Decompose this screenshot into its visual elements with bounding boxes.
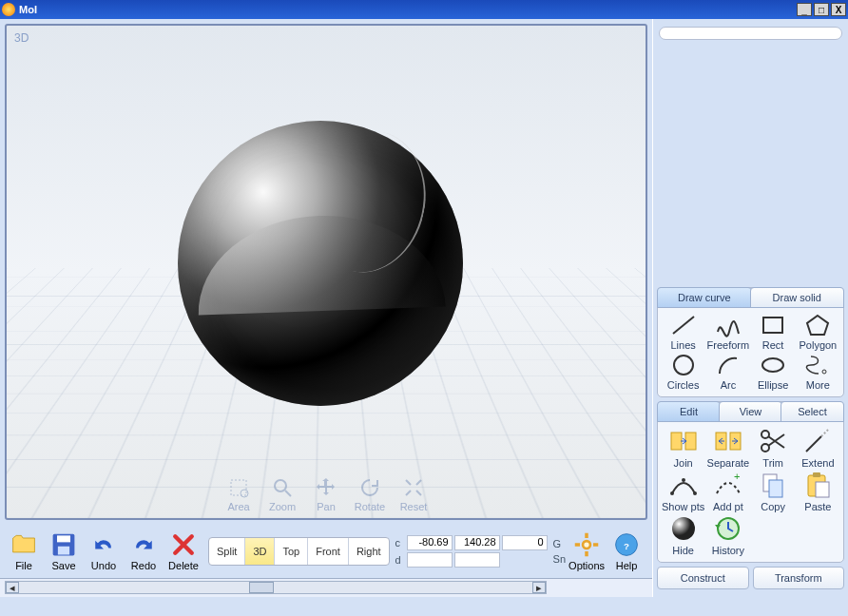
tab-select[interactable]: Select — [781, 401, 844, 422]
svg-point-18 — [674, 356, 693, 375]
tool-hide[interactable]: Hide — [662, 514, 704, 556]
save-button[interactable]: Save — [45, 531, 83, 571]
tool-extend[interactable]: Extend — [797, 427, 839, 469]
tool-join[interactable]: Join — [662, 427, 704, 469]
3d-viewport[interactable]: 3D Area Zoom Pan Rotate Reset — [5, 24, 647, 520]
area-icon — [227, 476, 250, 499]
pan-tool[interactable]: Pan — [306, 476, 346, 512]
tool-separate[interactable]: Separate — [706, 427, 749, 469]
delete-button[interactable]: Delete — [164, 531, 202, 571]
close-button[interactable]: X — [831, 3, 846, 16]
area-tool[interactable]: Area — [219, 476, 259, 512]
copy-icon — [758, 471, 788, 499]
tool-arc[interactable]: Arc — [706, 353, 749, 391]
gridsnap-label[interactable]: G — [553, 538, 566, 549]
svg-marker-17 — [807, 316, 828, 335]
coord-y[interactable]: 140.28 — [454, 535, 500, 550]
model-sphere[interactable] — [178, 121, 463, 406]
svg-rect-8 — [585, 533, 588, 538]
coordinates: c -80.69 140.28 0 d — [395, 535, 548, 568]
progress-bar — [659, 27, 842, 40]
tool-copy[interactable]: Copy — [752, 471, 795, 512]
svg-rect-5 — [57, 535, 70, 542]
rotate-icon — [358, 476, 381, 499]
view-front[interactable]: Front — [308, 538, 349, 565]
app-icon — [2, 3, 15, 16]
svg-rect-11 — [593, 543, 598, 547]
maximize-button[interactable]: □ — [814, 3, 829, 16]
svg-rect-10 — [575, 543, 580, 547]
view-3d[interactable]: 3D — [245, 538, 275, 565]
svg-text:+: + — [734, 471, 740, 482]
coord-x[interactable]: -80.69 — [407, 535, 453, 550]
tool-circles[interactable]: Circles — [662, 353, 704, 391]
tool-showpts[interactable]: Show pts — [662, 471, 704, 512]
undo-icon — [90, 531, 117, 558]
tab-draw-solid[interactable]: Draw solid — [750, 287, 845, 308]
view-buttons: Split 3D Top Front Right — [208, 537, 390, 566]
reset-tool[interactable]: Reset — [394, 476, 434, 512]
construct-button[interactable]: Construct — [657, 567, 749, 589]
transform-button[interactable]: Transform — [753, 567, 845, 589]
tab-edit[interactable]: Edit — [657, 401, 721, 422]
view-split[interactable]: Split — [209, 538, 245, 565]
status-bar: ◂ ▸ — [0, 578, 652, 597]
tool-trim[interactable]: Trim — [752, 427, 795, 469]
tool-history[interactable]: History — [706, 514, 749, 556]
ellipse-icon — [759, 353, 787, 377]
svg-rect-9 — [585, 551, 588, 556]
rotate-tool[interactable]: Rotate — [350, 476, 390, 512]
coord-c-label: c — [395, 537, 405, 549]
view-top[interactable]: Top — [275, 538, 308, 565]
pan-icon — [315, 476, 337, 499]
view-right[interactable]: Right — [349, 538, 389, 565]
coord-z[interactable]: 0 — [502, 535, 548, 550]
tab-view[interactable]: View — [719, 401, 782, 422]
more-icon — [803, 353, 832, 377]
scissors-icon — [758, 427, 788, 455]
svg-rect-37 — [816, 482, 829, 497]
tool-lines[interactable]: Lines — [662, 313, 704, 351]
tool-addpt[interactable]: +Add pt — [706, 471, 749, 512]
svg-point-1 — [241, 490, 248, 497]
coord-d-label: d — [395, 554, 405, 566]
side-panel: Draw curve Draw solid Lines Freeform Rec… — [652, 19, 848, 597]
help-icon: ? — [613, 531, 640, 558]
tool-ellipse[interactable]: Ellipse — [752, 353, 795, 391]
svg-rect-6 — [58, 547, 69, 555]
svg-rect-36 — [813, 472, 820, 477]
tool-freeform[interactable]: Freeform — [706, 313, 749, 351]
coord-d2[interactable] — [454, 552, 500, 568]
svg-rect-21 — [671, 433, 682, 450]
scroll-thumb[interactable] — [249, 582, 274, 593]
options-button[interactable]: Options — [568, 531, 606, 571]
scroll-right-icon[interactable]: ▸ — [532, 582, 546, 593]
scroll-left-icon[interactable]: ◂ — [6, 582, 19, 593]
svg-rect-0 — [231, 480, 246, 495]
tool-paste[interactable]: Paste — [797, 471, 839, 512]
minimize-button[interactable]: _ — [797, 3, 812, 16]
zoom-tool[interactable]: Zoom — [262, 476, 302, 512]
h-scrollbar[interactable]: ◂ ▸ — [5, 581, 547, 594]
reset-icon — [402, 476, 425, 499]
viewport-label: 3D — [14, 31, 29, 45]
extend-icon — [802, 427, 833, 455]
tab-draw-curve[interactable]: Draw curve — [657, 287, 752, 308]
arc-icon — [714, 353, 742, 377]
help-button[interactable]: ?Help — [607, 531, 646, 571]
bottom-toolbar: File Save Undo Redo Delete Split 3D Top … — [0, 525, 652, 578]
file-button[interactable]: File — [5, 531, 43, 571]
lines-icon — [669, 313, 698, 337]
redo-button[interactable]: Redo — [125, 531, 163, 571]
edit-panel: Edit View Select Join Separate Trim Exte… — [657, 401, 844, 563]
coord-d1[interactable] — [407, 552, 453, 568]
tool-rect[interactable]: Rect — [752, 313, 795, 351]
undo-button[interactable]: Undo — [85, 531, 123, 571]
tool-more[interactable]: More — [797, 353, 839, 391]
svg-point-19 — [762, 358, 783, 372]
paste-icon — [802, 471, 833, 499]
tool-polygon[interactable]: Polygon — [797, 313, 839, 351]
polygon-icon — [803, 313, 832, 337]
hide-icon — [668, 514, 699, 543]
snap-label[interactable]: Sn — [553, 553, 566, 565]
